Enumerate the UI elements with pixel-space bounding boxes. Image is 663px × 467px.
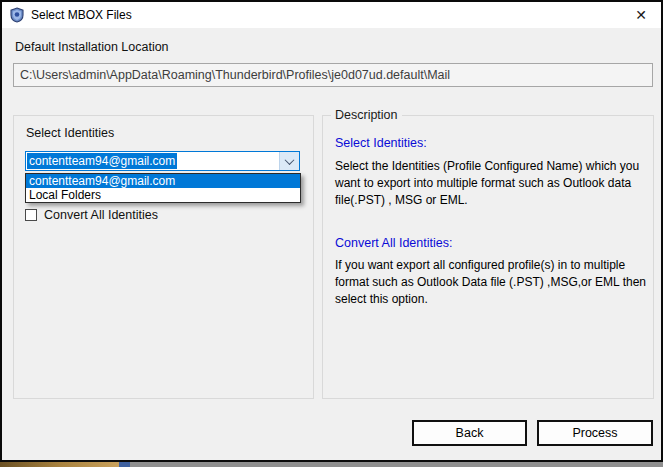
convert-all-identities-row: Convert All Identities	[25, 208, 158, 222]
default-location-label: Default Installation Location	[15, 40, 169, 54]
app-shield-icon	[9, 7, 25, 23]
dropdown-item-gmail-account[interactable]: contentteam94@gmail.com	[26, 174, 300, 188]
desktop-strip-blue	[119, 462, 130, 467]
desc-heading-select-identities: Select Identities:	[335, 136, 427, 150]
description-groupbox: Description Select Identities: Select th…	[322, 115, 654, 399]
identities-combobox[interactable]: contentteam94@gmail.com	[25, 151, 300, 171]
close-icon[interactable]: ✕	[630, 4, 652, 26]
description-legend: Description	[331, 108, 402, 122]
titlebar: Select MBOX Files ✕	[2, 2, 661, 28]
desc-body-convert-all: If you want export all configured profil…	[335, 257, 647, 308]
select-mbox-dialog: Select MBOX Files ✕ Default Installation…	[0, 0, 663, 462]
process-button[interactable]: Process	[537, 420, 653, 446]
back-button[interactable]: Back	[412, 420, 527, 446]
desc-heading-convert-all: Convert All Identities:	[335, 236, 452, 250]
convert-all-identities-checkbox[interactable]	[25, 209, 37, 221]
window-title: Select MBOX Files	[31, 8, 132, 22]
dropdown-item-local-folders[interactable]: Local Folders	[26, 188, 300, 202]
select-identities-groupbox: Select Identities contentteam94@gmail.co…	[13, 115, 314, 399]
desktop-strip-gray	[130, 462, 663, 467]
combobox-selected-text: contentteam94@gmail.com	[27, 153, 177, 169]
desktop-strip	[0, 462, 663, 467]
desc-body-select-identities: Select the Identities (Profile Configure…	[335, 158, 647, 209]
installation-path-field[interactable]	[13, 63, 653, 87]
identities-dropdown-list: contentteam94@gmail.com Local Folders	[25, 173, 301, 203]
chevron-down-icon[interactable]	[279, 152, 299, 170]
convert-all-identities-label: Convert All Identities	[44, 208, 158, 222]
screen: Select MBOX Files ✕ Default Installation…	[0, 0, 663, 467]
desktop-strip-tan	[0, 462, 119, 467]
select-identities-label: Select Identities	[26, 126, 114, 140]
